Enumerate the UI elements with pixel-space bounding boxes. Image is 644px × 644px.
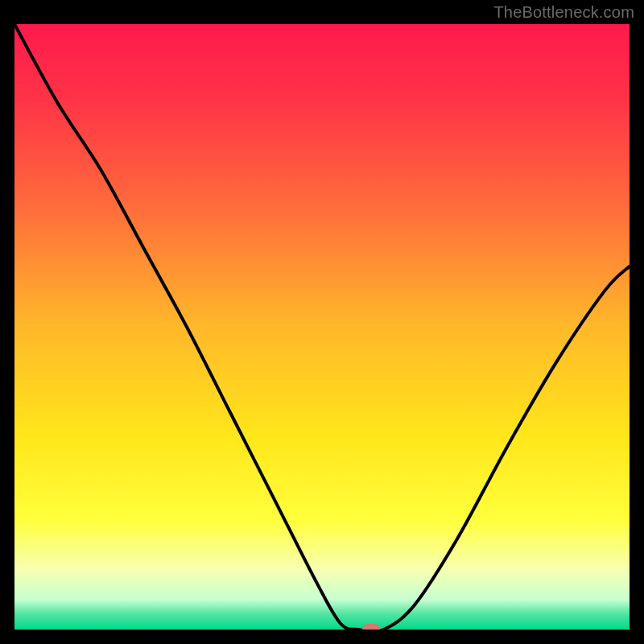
optimal-point-marker — [362, 624, 380, 630]
plot-area — [14, 24, 630, 630]
gradient-background — [14, 24, 630, 630]
watermark-text: TheBottleneck.com — [493, 3, 634, 22]
plot-svg — [14, 24, 630, 630]
chart-frame: TheBottleneck.com — [0, 0, 644, 644]
